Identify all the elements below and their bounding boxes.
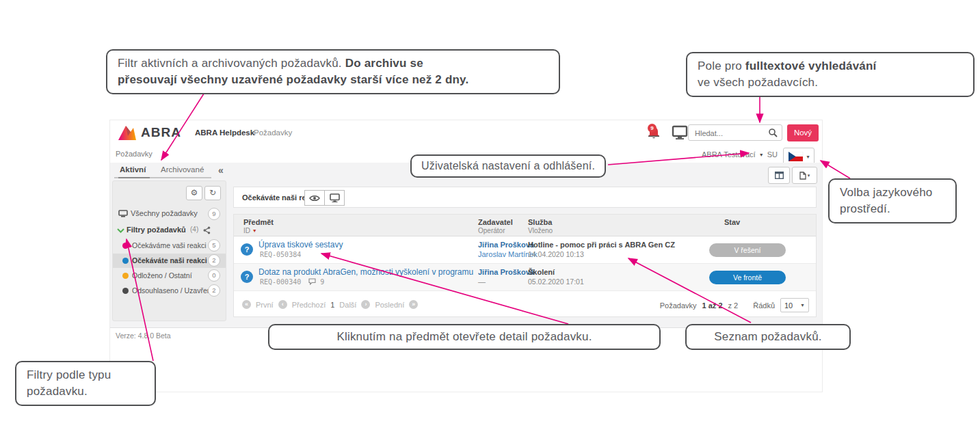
document-icon (799, 172, 806, 180)
rows-per-page-value: 10 (784, 301, 793, 310)
col-created: Vloženo (528, 227, 553, 234)
last-page-label[interactable]: Poslední (375, 301, 404, 309)
callout-fulltext-search: Pole pro fulltextové vyhledávání ve všec… (686, 52, 975, 97)
next-page-icon[interactable]: › (361, 300, 370, 309)
filter-postponed-other[interactable]: Odloženo / Ostatní 0 (113, 269, 226, 283)
list-toolbar: Očekáváte naši reakci (233, 187, 817, 208)
breadcrumb: Požadavky (116, 150, 153, 158)
chevron-down-icon: ▾ (808, 173, 810, 178)
table-header: Předmět ID ▼ Zadavatel Operátor Služba V… (234, 215, 816, 236)
user-role: SU (767, 150, 778, 159)
callout-text: ve všech požadavcích. (698, 76, 818, 89)
share-icon (203, 226, 211, 234)
question-icon: ? (241, 243, 253, 256)
view-monitor-button[interactable] (324, 190, 345, 206)
tab-active[interactable]: Aktivní (120, 165, 146, 174)
last-page-icon[interactable]: » (409, 300, 418, 309)
collapse-sidebar-icon[interactable]: « (218, 165, 224, 176)
question-icon: ? (241, 271, 253, 283)
col-status[interactable]: Stav (724, 218, 740, 226)
callout-text: Pole pro (698, 59, 745, 72)
refresh-button[interactable]: ↻ (204, 186, 221, 200)
created-date: 05.02.2020 17:01 (528, 277, 584, 286)
request-subject-link[interactable]: Dotaz na produkt AbraGen, možnosti vyško… (259, 267, 473, 277)
view-eye-button[interactable] (304, 190, 325, 206)
col-id[interactable]: ID ▼ (243, 227, 257, 234)
previous-page-label[interactable]: Předchozí (292, 301, 326, 309)
first-page-icon[interactable]: « (242, 300, 251, 309)
created-date: 14.04.2020 10:13 (528, 250, 584, 258)
callout-request-list: Seznam požadavků. (685, 324, 851, 350)
pagination-controls: « První ‹ Předchozí 1 Další › Poslední » (242, 300, 418, 309)
operator-name: — (478, 277, 486, 286)
sidebar-group-filters[interactable]: Filtry požadavků (4) (113, 223, 226, 237)
table-row[interactable]: ? Úprava tiskové sestavy REQ-050384 Jiři… (234, 236, 816, 264)
rows-per-page-select[interactable]: 10 ▼ (780, 298, 809, 312)
filter-approved-closed[interactable]: Odsouhlaseno / Uzavřeno 2 (113, 284, 226, 298)
requester-name[interactable]: Jiřina Prošková (478, 268, 534, 276)
filter-settings-button[interactable]: ⚙ (186, 186, 202, 200)
table-row[interactable]: ? Dotaz na produkt AbraGen, možnosti vyš… (234, 264, 816, 291)
filter-label: Očekáváme vaši reakci (132, 241, 207, 249)
app-name[interactable]: ABRA Helpdesk (195, 128, 254, 137)
callout-text-bold: fulltextové vyhledávání (745, 59, 877, 72)
eye-icon (309, 195, 320, 202)
notifications-button[interactable]: 9 (646, 124, 663, 141)
user-menu[interactable]: ABRA Testovací ▼ SU (589, 150, 778, 159)
sort-desc-icon: ▼ (252, 228, 257, 233)
column-settings-button[interactable] (768, 167, 790, 184)
next-page-label[interactable]: Další (339, 301, 356, 309)
monitor-button[interactable] (672, 125, 688, 140)
callout-text-bold: Do archivu se (345, 57, 423, 70)
filter-awaiting-your-reaction[interactable]: Očekáváme vaši reakci 5 (113, 239, 226, 253)
refresh-icon: ↻ (209, 188, 216, 198)
service-name: Školení (528, 268, 555, 276)
first-page-label[interactable]: První (256, 301, 274, 309)
service-name: Hotline - pomoc při práci s ABRA Gen CZ (528, 241, 675, 249)
export-button[interactable]: ▾ (792, 167, 817, 184)
previous-page-icon[interactable]: ‹ (278, 300, 287, 309)
filter-label: Očekáváte naši reakci (132, 256, 207, 265)
chevron-down-icon: ▾ (806, 154, 809, 160)
czech-flag-icon (788, 152, 804, 161)
col-subject[interactable]: Předmět (243, 218, 274, 226)
callout-click-subject: Kliknutím na předmět otevřete detail pož… (268, 324, 661, 350)
col-service[interactable]: Služba (528, 218, 552, 226)
comments-count: 9 (320, 278, 324, 286)
abra-logo: ABRA (117, 124, 181, 141)
request-id: REQ-000340 9 (260, 278, 324, 286)
filter-awaiting-our-reaction[interactable]: Očekáváte naši reakci 2 (113, 254, 226, 268)
tab-active-underline (118, 177, 150, 178)
filter-label: Odloženo / Ostatní (132, 271, 192, 280)
notification-badge: 9 (648, 124, 657, 133)
col-operator: Operátor (478, 227, 505, 234)
rows-per-page-label: Řádků (753, 301, 775, 310)
filter-dot-black (122, 288, 129, 294)
request-id: REQ-050384 (260, 251, 301, 258)
requester-name[interactable]: Jiřina Prošková (478, 241, 534, 249)
status-badge: V řešení (709, 243, 786, 257)
comments-icon (308, 278, 316, 285)
nav-pozadavky[interactable]: Požadavky (254, 128, 292, 137)
chevron-down-icon: ▼ (758, 152, 765, 157)
callout-filter-archive: Filtr aktivních a archivovaných požadavk… (106, 49, 560, 94)
callout-text-bold: přesouvají všechny uzavřené požadavky st… (118, 73, 468, 86)
user-name: ABRA Testovací (702, 150, 756, 159)
sidebar-item-all-requests[interactable]: Všechny požadavky 9 (113, 207, 226, 221)
new-request-button[interactable]: Nový (787, 124, 819, 141)
sidebar-panel: ⚙ ↻ Všechny požadavky 9 Filtry požadavků… (112, 180, 226, 321)
filter-label: Odsouhlaseno / Uzavřeno (132, 286, 215, 295)
search-icon[interactable] (768, 128, 778, 137)
summary-label: Požadavky (660, 301, 697, 310)
screen-icon (118, 210, 128, 217)
fulltext-search (688, 124, 782, 141)
callout-filter-types: Filtry podle typu požadavku. (15, 361, 156, 406)
filter-count: 5 (208, 239, 220, 252)
tab-archived[interactable]: Archivované (161, 165, 204, 174)
search-input[interactable] (693, 126, 770, 141)
version-label: Verze: 4.8.0 Beta (116, 331, 171, 340)
current-page[interactable]: 1 (330, 301, 334, 309)
request-subject-link[interactable]: Úprava tiskové sestavy (259, 240, 343, 249)
col-requester[interactable]: Zadavatel (478, 218, 513, 226)
filter-count: 2 (208, 254, 220, 267)
